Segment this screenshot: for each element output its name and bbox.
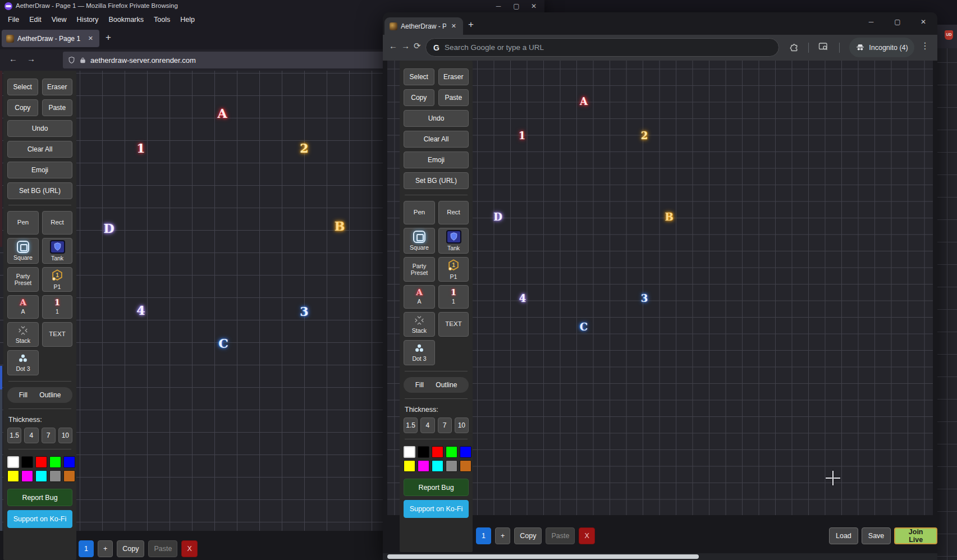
select-button[interactable]: Select — [7, 79, 38, 95]
thickness-7-button[interactable]: 7 — [42, 428, 56, 443]
waymark-a-button[interactable]: A A — [404, 285, 435, 309]
copy-page-button[interactable]: Copy — [514, 527, 542, 544]
fill-option[interactable]: Fill — [415, 381, 424, 389]
rect-tool-button[interactable]: Rect — [42, 211, 72, 235]
waymark-a-button[interactable]: A A — [7, 295, 39, 319]
square-waymark-button[interactable]: Square — [7, 238, 39, 264]
waymark-c[interactable]: C — [580, 322, 588, 332]
thickness-4-button[interactable]: 4 — [420, 417, 434, 433]
color-swatch[interactable] — [446, 446, 457, 458]
select-button[interactable]: Select — [404, 68, 434, 85]
eraser-button[interactable]: Eraser — [42, 79, 73, 95]
menu-file[interactable]: File — [3, 14, 24, 25]
party-preset-button[interactable]: Party Preset — [404, 257, 435, 282]
back-button[interactable]: ← — [9, 54, 17, 63]
fill-outline-toggle[interactable]: Fill Outline — [7, 387, 72, 403]
rect-tool-button[interactable]: Rect — [438, 201, 469, 224]
color-swatch[interactable] — [63, 456, 75, 468]
save-button[interactable]: Save — [862, 527, 891, 544]
color-swatch[interactable] — [404, 460, 415, 472]
back-button[interactable]: ← — [389, 41, 397, 51]
undo-button[interactable]: Undo — [7, 120, 72, 137]
incognito-badge[interactable]: Incognito (4) — [849, 38, 914, 57]
color-swatch[interactable] — [418, 446, 429, 458]
delete-page-button[interactable]: X — [181, 540, 197, 557]
emoji-button[interactable]: Emoji — [404, 152, 469, 168]
ublock-origin-icon[interactable]: UD — [945, 30, 953, 40]
add-page-button[interactable]: + — [98, 540, 113, 557]
menu-edit[interactable]: Edit — [24, 14, 47, 25]
waymark-3[interactable]: 3 — [300, 305, 308, 318]
set-bg-url--button[interactable]: Set BG (URL) — [404, 172, 469, 189]
emoji-button[interactable]: Emoji — [7, 162, 72, 178]
paste-button[interactable]: Paste — [438, 89, 469, 106]
forward-button[interactable]: → — [401, 41, 410, 51]
copy-page-button[interactable]: Copy — [117, 540, 144, 557]
copy-button[interactable]: Copy — [7, 99, 38, 116]
tank-tool-button[interactable]: Tank — [438, 228, 469, 254]
color-swatch[interactable] — [432, 446, 443, 458]
add-page-button[interactable]: + — [495, 527, 510, 544]
join-live-button[interactable]: Join Live — [894, 527, 937, 544]
color-swatch[interactable] — [7, 456, 19, 468]
page-1-button[interactable]: 1 — [79, 540, 94, 557]
dot3-tool-button[interactable]: Dot 3 — [7, 350, 39, 375]
p1-tool-button[interactable]: 1 P1 — [42, 267, 72, 292]
fill-outline-toggle[interactable]: Fill Outline — [404, 377, 469, 393]
color-swatch[interactable] — [35, 470, 47, 482]
color-swatch[interactable] — [404, 446, 415, 458]
outline-option[interactable]: Outline — [39, 391, 61, 399]
color-swatch[interactable] — [21, 470, 33, 482]
delete-page-button[interactable]: X — [579, 527, 594, 544]
color-swatch[interactable] — [432, 460, 443, 472]
color-swatch[interactable] — [49, 470, 61, 482]
thickness-1.5-button[interactable]: 1.5 — [7, 428, 21, 443]
copy-button[interactable]: Copy — [404, 89, 434, 106]
tab-search-icon[interactable] — [818, 42, 829, 52]
waymark-b[interactable]: B — [665, 212, 673, 222]
lock-icon[interactable] — [80, 57, 86, 64]
outline-option[interactable]: Outline — [436, 381, 457, 389]
clear-all-button[interactable]: Clear All — [404, 131, 469, 148]
color-swatch[interactable] — [446, 460, 457, 472]
load-button[interactable]: Load — [829, 527, 858, 544]
color-swatch[interactable] — [418, 460, 429, 472]
waymark-c[interactable]: C — [218, 337, 228, 350]
color-swatch[interactable] — [35, 456, 47, 468]
menu-bookmarks[interactable]: Bookmarks — [103, 14, 149, 25]
tab-close-icon[interactable]: ✕ — [450, 22, 458, 30]
pen-tool-button[interactable]: Pen — [7, 211, 39, 235]
thickness-4-button[interactable]: 4 — [24, 428, 38, 443]
chrome-menu-icon[interactable]: ⋮ — [921, 40, 929, 51]
horizontal-scrollbar[interactable] — [383, 553, 937, 560]
scrollbar-thumb[interactable] — [387, 554, 699, 559]
kofi-button[interactable]: Support on Ko-Fi — [404, 500, 469, 518]
text-tool-button[interactable]: TEXT — [42, 322, 72, 347]
maximize-button[interactable]: ▢ — [508, 2, 525, 10]
report-bug-button[interactable]: Report Bug — [7, 489, 72, 506]
p1-tool-button[interactable]: 1 P1 — [438, 257, 469, 282]
menu-tools[interactable]: Tools — [149, 14, 175, 25]
color-swatch[interactable] — [49, 456, 61, 468]
reload-button[interactable]: ⟳ — [414, 41, 421, 51]
pen-tool-button[interactable]: Pen — [404, 201, 435, 224]
extensions-puzzle-icon[interactable] — [790, 42, 800, 52]
thickness-7-button[interactable]: 7 — [438, 417, 452, 433]
waymark-d[interactable]: D — [493, 212, 502, 222]
tracking-shield-icon[interactable] — [68, 56, 75, 64]
chrome-active-tab[interactable]: AetherDraw - Page 1 ✕ — [384, 17, 463, 35]
thickness-1.5-button[interactable]: 1.5 — [404, 417, 418, 433]
waymark-4[interactable]: 4 — [519, 293, 526, 304]
clear-all-button[interactable]: Clear All — [7, 141, 72, 158]
waymark-4[interactable]: 4 — [136, 304, 145, 316]
thickness-10-button[interactable]: 10 — [58, 428, 72, 443]
kofi-button[interactable]: Support on Ko-Fi — [7, 510, 72, 528]
tab-close-icon[interactable]: ✕ — [86, 34, 95, 43]
thickness-10-button[interactable]: 10 — [455, 417, 469, 433]
minimize-button[interactable]: ─ — [863, 18, 880, 26]
menu-help[interactable]: Help — [175, 14, 200, 25]
firefox-active-tab[interactable]: AetherDraw - Page 1 ✕ — [2, 30, 99, 47]
waymark-b[interactable]: B — [335, 220, 345, 232]
paste-page-button[interactable]: Paste — [148, 540, 177, 557]
menu-history[interactable]: History — [72, 14, 104, 25]
